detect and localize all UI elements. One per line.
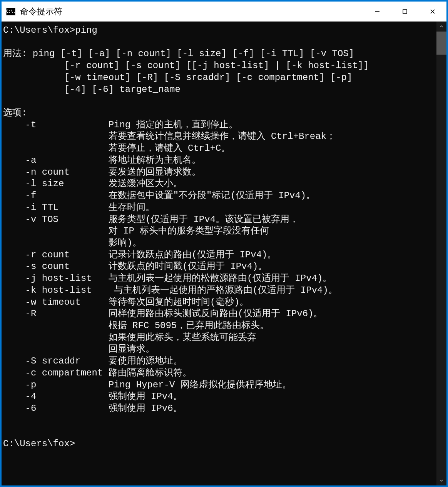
window-controls (363, 2, 446, 21)
close-icon (430, 8, 436, 15)
terminal-line: 回显请求。 (3, 344, 435, 355)
close-button[interactable] (419, 2, 446, 21)
terminal-line: [-4] [-6] target_name (3, 84, 435, 96)
terminal-line: -S srcaddr 要使用的源地址。 (3, 355, 435, 367)
titlebar: C:\. 命令提示符 (2, 2, 446, 22)
terminal-line: -w timeout 等待每次回复的超时时间(毫秒)。 (3, 297, 435, 309)
terminal-line: -v TOS 服务类型(仅适用于 IPv4。该设置已被弃用， (3, 214, 435, 226)
terminal-line (3, 95, 435, 107)
terminal-line: -p Ping Hyper-V 网络虚拟化提供程序地址。 (3, 379, 435, 391)
terminal-line (3, 37, 435, 48)
maximize-icon (402, 8, 408, 15)
terminal-line (3, 415, 435, 427)
command-prompt-window: C:\. 命令提示符 C:\Users\fox>ping 用法: ping [-… (1, 1, 447, 486)
terminal-output[interactable]: C:\Users\fox>ping 用法: ping [-t] [-a] [-n… (2, 22, 436, 485)
maximize-button[interactable] (391, 2, 419, 21)
terminal-line: 选项: (3, 107, 435, 119)
terminal-line: 对 IP 标头中的服务类型字段没有任何 (3, 225, 435, 237)
terminal-line: 若要停止，请键入 Ctrl+C。 (3, 143, 435, 155)
terminal-line: C:\Users\fox> (3, 438, 435, 450)
terminal-container: C:\Users\fox>ping 用法: ping [-t] [-a] [-n… (2, 22, 446, 485)
terminal-line: -t Ping 指定的主机，直到停止。 (3, 119, 435, 131)
terminal-line: -f 在数据包中设置"不分段"标记(仅适用于 IPv4)。 (3, 190, 435, 202)
terminal-line: -j host-list 与主机列表一起使用的松散源路由(仅适用于 IPv4)。 (3, 273, 435, 285)
terminal-line: -i TTL 生存时间。 (3, 202, 435, 214)
terminal-line (3, 426, 435, 438)
terminal-line: -R 同样使用路由标头测试反向路由(仅适用于 IPv6)。 (3, 308, 435, 320)
terminal-line: -s count 计数跃点的时间戳(仅适用于 IPv4)。 (3, 261, 435, 273)
minimize-icon (374, 8, 380, 15)
terminal-line: -c compartment 路由隔离舱标识符。 (3, 367, 435, 379)
cmd-icon: C:\. (6, 8, 15, 15)
terminal-line: -4 强制使用 IPv4。 (3, 391, 435, 403)
terminal-line: C:\Users\fox>ping (3, 25, 435, 37)
terminal-line: -r count 记录计数跃点的路由(仅适用于 IPv4)。 (3, 249, 435, 261)
terminal-line: -k host-list 与主机列表一起使用的严格源路由(仅适用于 IPv4)。 (3, 285, 435, 297)
chevron-down-icon (439, 478, 444, 483)
scroll-down-button[interactable] (436, 475, 446, 485)
chevron-up-icon (439, 24, 444, 29)
terminal-line: -a 将地址解析为主机名。 (3, 155, 435, 167)
terminal-line: 用法: ping [-t] [-a] [-n count] [-l size] … (3, 48, 435, 60)
terminal-line: 若要查看统计信息并继续操作，请键入 Ctrl+Break； (3, 131, 435, 143)
terminal-line: -6 强制使用 IPv6。 (3, 403, 435, 415)
terminal-line: [-r count] [-s count] [[-j host-list] | … (3, 60, 435, 72)
terminal-line: -n count 要发送的回显请求数。 (3, 167, 435, 178)
terminal-line: [-w timeout] [-R] [-S srcaddr] [-c compa… (3, 72, 435, 84)
terminal-line: 根据 RFC 5095，已弃用此路由标头。 (3, 320, 435, 332)
minimize-button[interactable] (363, 2, 391, 21)
window-title: 命令提示符 (20, 6, 363, 17)
terminal-line: 影响)。 (3, 237, 435, 249)
svg-rect-1 (403, 10, 407, 13)
terminal-line: -l size 发送缓冲区大小。 (3, 178, 435, 190)
vertical-scrollbar[interactable] (436, 22, 446, 485)
scrollbar-thumb[interactable] (436, 32, 446, 55)
scroll-up-button[interactable] (436, 22, 446, 32)
terminal-line: 如果使用此标头，某些系统可能丢弃 (3, 332, 435, 344)
